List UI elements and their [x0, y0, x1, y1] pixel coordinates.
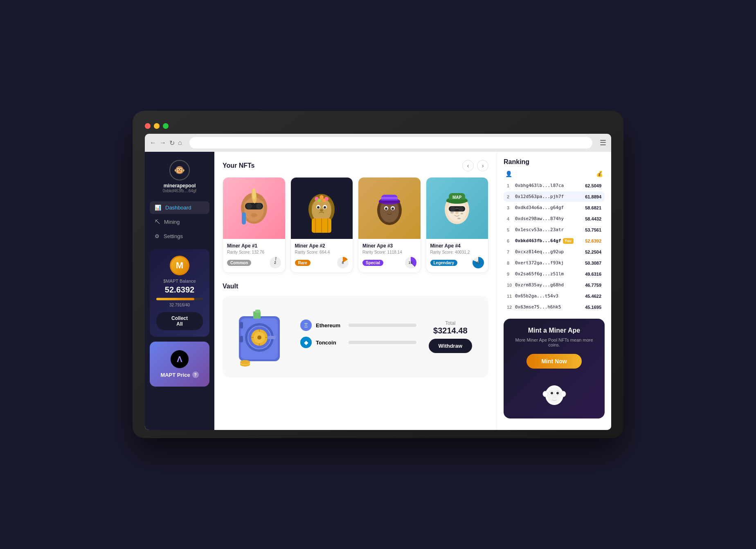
nft-name-4: Miner Ape #4 [430, 243, 484, 249]
mapt-icon: Λ [171, 350, 189, 368]
refresh-button[interactable]: ↻ [169, 139, 175, 147]
toncoin-row: ◆ Toncoin [300, 337, 416, 348]
rank-address: 0xdse298aw...874hy [515, 216, 581, 221]
ethereum-icon: Ξ [300, 320, 312, 331]
rarity-badge-4: Legendary [430, 260, 458, 266]
sidebar-item-settings[interactable]: ⚙ Settings [150, 230, 209, 243]
rank-score: 53.7561 [581, 227, 601, 232]
svg-point-84 [556, 392, 559, 394]
nft-rarity-3: Rarity Score: 1118.14 [362, 250, 416, 254]
svg-rect-71 [240, 336, 243, 342]
svg-point-29 [322, 199, 326, 202]
browser-nav: ← → ↻ ⌂ [150, 139, 182, 147]
nft-grid: Miner Ape #1 Rarity Score: 132.76 Common… [223, 177, 488, 273]
minimize-button[interactable] [154, 123, 160, 129]
nft-image-3 [358, 178, 421, 239]
ranking-row: 70xcxz814eq...g92up52.2504 [504, 247, 605, 257]
svg-point-20 [320, 209, 323, 212]
person-icon: 👤 [505, 171, 512, 177]
sidebar-item-mining[interactable]: ⛏ Mining [150, 216, 209, 228]
nft-next-button[interactable]: › [477, 160, 488, 171]
rank-score: 61.8894 [581, 194, 601, 199]
rank-score: 45.4622 [581, 294, 601, 299]
back-button[interactable]: ← [150, 139, 156, 146]
rank-score: 49.6316 [581, 272, 601, 277]
ethereum-bar [349, 324, 416, 327]
ranking-row: 20x12d563pa...pjh7f61.8894 [504, 191, 605, 202]
rank-address: 0xbhg463lb...l87ca [515, 183, 581, 188]
nft-name-2: Miner Ape #2 [295, 243, 349, 249]
maximize-button[interactable] [163, 123, 169, 129]
withdraw-button[interactable]: Withdraw [429, 339, 472, 353]
help-icon[interactable]: ? [192, 371, 199, 378]
mint-ape-title: Mint a Miner Ape [512, 327, 596, 334]
ranking-row: 40xdse298aw...874hy58.4432 [504, 214, 605, 224]
address-bar[interactable] [189, 137, 592, 148]
coin-icon: M [170, 256, 189, 275]
progress-bar-bg [156, 298, 203, 300]
vault-details: Ξ Ethereum ◆ Toncoin [300, 320, 416, 354]
forward-button[interactable]: → [160, 139, 166, 146]
rank-number: 3 [507, 205, 515, 210]
rank-score: 58.4432 [581, 216, 601, 221]
sidebar-item-label: Mining [164, 219, 180, 225]
browser-content: 🐵 minerapepool 0xbkd463fb....64gf 📊 Dash… [145, 152, 611, 430]
nft-info-1: Miner Ape #1 Rarity Score: 132.76 Common… [223, 239, 285, 272]
svg-point-36 [385, 207, 387, 210]
rarity-badge-2: Rare [295, 260, 310, 266]
rank-address: 0x2sa65f6g...z51lm [515, 271, 581, 277]
username: minerapepool [164, 183, 196, 189]
ethereum-label: Ethereum [316, 322, 344, 328]
progress-circle-4: 41 [473, 257, 484, 268]
mint-now-button[interactable]: Mint Now [526, 354, 581, 369]
nft-rarity-4: Rarity Score: 40031.2 [430, 250, 484, 254]
svg-point-87 [561, 391, 566, 397]
nfts-title: Your NFTs [223, 162, 255, 169]
vault-section: Ξ Ethereum ◆ Toncoin Total $3214.48 With… [223, 296, 488, 378]
nft-prev-button[interactable]: ‹ [462, 160, 474, 171]
close-button[interactable] [145, 123, 151, 129]
sidebar-item-label: Settings [164, 233, 183, 239]
svg-rect-70 [240, 322, 243, 328]
rank-score: 52.2504 [581, 250, 601, 254]
svg-point-6 [256, 203, 262, 209]
score-icon: 💰 [596, 171, 603, 177]
svg-point-50 [450, 207, 455, 212]
svg-point-83 [551, 392, 553, 394]
ranking-row: 90x2sa65f6g...z51lm49.6316 [504, 269, 605, 279]
ranking-row: 80xert372ga...f93kj50.3087 [504, 258, 605, 268]
vault-header: Vault [223, 283, 488, 290]
rank-number: 7 [507, 250, 515, 254]
collect-all-button[interactable]: Collect All [156, 312, 203, 330]
sidebar-item-dashboard[interactable]: 📊 Dashboard [150, 201, 209, 214]
svg-text:MAP: MAP [452, 195, 462, 200]
ranking-row: 50x1escv53a...23atr53.7561 [504, 225, 605, 235]
nft-name-3: Miner Ape #3 [362, 243, 416, 249]
rank-number: 12 [507, 305, 515, 310]
toncoin-bar [349, 341, 416, 344]
menu-icon[interactable]: ☰ [600, 138, 606, 147]
balance-value: 52.6392 [165, 285, 194, 295]
rank-address: 0xbkd463fb...64gfYou [515, 238, 581, 243]
home-button[interactable]: ⌂ [178, 139, 182, 146]
nft-name-1: Miner Ape #1 [227, 243, 281, 249]
svg-rect-55 [446, 200, 468, 202]
balance-card: M $MAPT Balance 52.6392 32.7916/40 Colle… [150, 249, 209, 337]
vault-total-value: $3214.48 [433, 326, 467, 335]
vault-title: Vault [223, 283, 238, 290]
rank-address: 0xert372ga...f93kj [515, 260, 581, 266]
rank-number: 4 [507, 216, 515, 221]
rank-address: 0x65b2ga...t54v3 [515, 293, 581, 299]
wallet-address: 0xbkd463fb....64gf [163, 189, 196, 193]
nft-card-1[interactable]: Miner Ape #1 Rarity Score: 132.76 Common… [223, 177, 286, 273]
nft-footer-1: Common 2 [227, 257, 281, 268]
svg-point-48 [457, 218, 461, 219]
svg-point-9 [252, 188, 256, 200]
svg-rect-41 [381, 197, 398, 199]
sidebar-item-label: Dashboard [165, 205, 191, 211]
nft-card-3[interactable]: Miner Ape #3 Rarity Score: 1118.14 Speci… [358, 177, 421, 273]
progress-circle-3: 19 [405, 257, 416, 268]
rank-address: 0x63mse75...h6hk5 [515, 304, 581, 310]
nft-card-2[interactable]: Miner Ape #2 Rarity Score: 664.4 Rare 8 [290, 177, 353, 273]
nft-card-4[interactable]: MAP Miner Ape #4 Rarity Score: 40031.2 L… [426, 177, 489, 273]
